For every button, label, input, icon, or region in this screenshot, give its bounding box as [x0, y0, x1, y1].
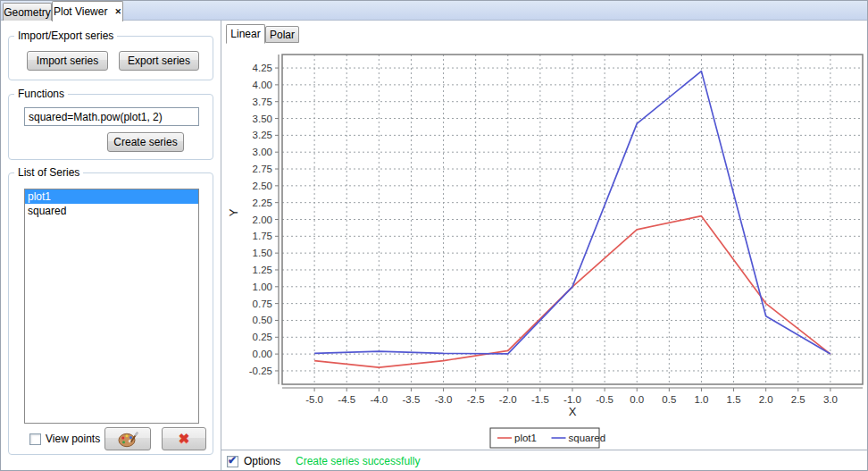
import-export-group-title: Import/Export series [14, 29, 117, 42]
check-icon: ✔ [228, 454, 237, 467]
y-tick-label: 1.25 [253, 265, 272, 275]
function-expression-input[interactable] [24, 107, 199, 126]
x-tick-label: -1.5 [531, 394, 549, 405]
y-tick-label: 3.25 [253, 130, 272, 140]
delete-icon: ✖ [179, 431, 190, 447]
options-checkbox[interactable]: ✔ [227, 456, 238, 467]
x-tick-label: -3.0 [435, 394, 453, 405]
x-tick-label: 2.0 [759, 394, 773, 405]
right-panel: Linear Polar -0.250.000.250.500.751.001.… [221, 21, 867, 471]
y-tick-label: 3.00 [253, 147, 272, 157]
y-tick-label: 3.75 [253, 97, 272, 107]
y-tick-label: 1.75 [253, 231, 272, 241]
x-tick-label: -3.5 [403, 394, 421, 405]
y-tick-label: 4.00 [253, 80, 272, 90]
close-icon[interactable]: ✕ [114, 8, 121, 16]
plot-viewer-window: Geometry Plot Viewer ✕ Import/Export ser… [0, 0, 868, 471]
options-bar: ✔ Options Create series successfully [221, 450, 867, 471]
y-tick-label: -0.25 [249, 366, 272, 376]
y-tick-label: 2.75 [253, 164, 272, 174]
series-listbox: plot1 squared [24, 189, 199, 424]
x-tick-label: 1.0 [694, 394, 708, 405]
import-series-button[interactable]: Import series [27, 51, 108, 71]
x-tick-label: -1.0 [563, 394, 581, 405]
list-item-plot1[interactable]: plot1 [25, 189, 198, 204]
x-tick-label: -2.0 [499, 394, 517, 405]
x-tick-label: 3.0 [823, 394, 838, 405]
tab-polar[interactable]: Polar [265, 26, 299, 43]
x-tick-label: 2.5 [791, 394, 805, 405]
x-tick-label: 1.5 [727, 394, 741, 405]
y-axis-title: Y [227, 208, 240, 216]
x-tick-label: -2.5 [467, 394, 485, 405]
legend-label-plot1: plot1 [514, 433, 537, 443]
y-tick-label: 2.00 [253, 214, 272, 225]
export-series-button[interactable]: Export series [119, 51, 199, 71]
x-axis-title: X [569, 405, 577, 418]
create-series-button[interactable]: Create series [107, 132, 184, 152]
y-tick-label: 3.50 [253, 114, 272, 124]
x-tick-label: 0.5 [662, 394, 676, 405]
series-color-button[interactable] [104, 427, 151, 450]
y-tick-label: 2.50 [253, 181, 272, 191]
tab-plot-viewer-label: Plot Viewer [54, 5, 107, 18]
tab-linear[interactable]: Linear [226, 24, 265, 44]
x-tick-label: -5.0 [305, 394, 323, 405]
y-tick-label: 1.50 [253, 248, 272, 258]
legend-label-squared: squared [569, 433, 606, 443]
palette-icon [117, 431, 138, 448]
y-tick-label: 0.00 [253, 349, 272, 359]
view-points-label[interactable]: View points [46, 433, 100, 445]
chart: -0.250.000.250.500.751.001.251.501.752.0… [222, 43, 867, 450]
status-text: Create series successfully [296, 455, 420, 467]
y-tick-label: 0.75 [253, 299, 272, 309]
y-tick-label: 1.00 [253, 282, 272, 292]
left-panel: Import/Export series Import series Expor… [1, 21, 221, 471]
view-points-checkbox[interactable]: ✔ [29, 433, 41, 445]
tab-geometry[interactable]: Geometry [3, 3, 52, 21]
list-item-squared[interactable]: squared [25, 204, 198, 218]
tab-plot-viewer[interactable]: Plot Viewer ✕ [52, 1, 123, 21]
y-tick-label: 2.25 [253, 198, 272, 208]
x-tick-label: 0.0 [630, 394, 644, 405]
y-tick-label: 0.25 [253, 332, 272, 342]
y-tick-label: 0.50 [253, 315, 272, 325]
series-list-group-title: List of Series [14, 166, 83, 179]
functions-group-title: Functions [14, 88, 68, 100]
x-tick-label: -0.5 [596, 394, 613, 405]
delete-series-button[interactable]: ✖ [162, 427, 206, 450]
x-tick-label: -4.5 [338, 394, 355, 405]
y-tick-label: 4.25 [253, 63, 272, 73]
main-tabbar: Geometry Plot Viewer ✕ [1, 1, 867, 21]
x-tick-label: -4.0 [370, 394, 388, 405]
options-label[interactable]: Options [244, 455, 280, 467]
